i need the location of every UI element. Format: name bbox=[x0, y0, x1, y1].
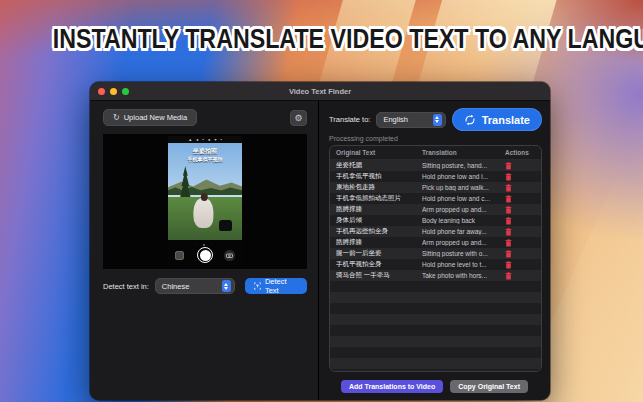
original-text-cell: 身体后倾 bbox=[336, 216, 422, 225]
translate-language-value: English bbox=[383, 115, 408, 124]
table-row[interactable]: 胳膊撑膝 Arm propped up and... bbox=[330, 237, 541, 248]
trash-icon[interactable] bbox=[505, 173, 512, 181]
translation-cell: Take photo with hors... bbox=[422, 272, 505, 279]
status-text: Processing completed bbox=[319, 131, 550, 145]
original-text-cell: 坐姿托腮 bbox=[336, 161, 422, 170]
table-row[interactable]: 原地捡包走路 Pick up bag and walk... bbox=[330, 182, 541, 193]
translations-table: Original Text Translation Actions 坐姿托腮 S… bbox=[329, 145, 542, 372]
translation-cell: Hold phone low and l... bbox=[422, 173, 505, 180]
translate-controls: Translate to: English bbox=[319, 101, 550, 131]
seated-person bbox=[193, 198, 213, 228]
window-title: Video Text Finder bbox=[90, 87, 550, 96]
trash-icon[interactable] bbox=[505, 195, 512, 203]
person-head bbox=[201, 193, 208, 201]
actions-cell bbox=[505, 217, 535, 225]
actions-cell bbox=[505, 228, 535, 236]
screen: INSTANTLY TRANSLATE VIDEO TEXT TO ANY LA… bbox=[0, 0, 643, 402]
trash-icon[interactable] bbox=[505, 228, 512, 236]
trash-icon[interactable] bbox=[505, 217, 512, 225]
camera-flip-button bbox=[224, 250, 235, 261]
original-text-cell: 胳膊撑膝 bbox=[336, 238, 422, 247]
trash-icon[interactable] bbox=[505, 184, 512, 192]
add-translations-button[interactable]: Add Translations to Video bbox=[341, 380, 443, 393]
trash-icon[interactable] bbox=[505, 162, 512, 170]
table-row[interactable]: 腿一前一后坐姿 Sitting posture with o... bbox=[330, 248, 541, 259]
col-actions: Actions bbox=[505, 149, 535, 156]
updown-chevrons-icon bbox=[433, 114, 442, 126]
actions-cell bbox=[505, 250, 535, 258]
footer-actions: Add Translations to Video Copy Original … bbox=[319, 372, 550, 400]
actions-cell bbox=[505, 173, 535, 181]
translation-cell: Sitting posture with o... bbox=[422, 250, 505, 257]
actions-cell bbox=[505, 261, 535, 269]
translation-cell: Hold phone level to t... bbox=[422, 261, 505, 268]
gear-icon: ⚙ bbox=[294, 113, 302, 123]
table-row-empty bbox=[330, 336, 541, 347]
actions-cell bbox=[505, 162, 535, 170]
camera-status-icons: ▲●▪●▾▪ bbox=[168, 136, 242, 143]
trash-icon[interactable] bbox=[505, 206, 512, 214]
settings-button[interactable]: ⚙ bbox=[290, 110, 307, 126]
shutter-button bbox=[197, 247, 213, 263]
table-row-empty bbox=[330, 358, 541, 369]
detect-controls: Detect text in: Chinese Detect Text bbox=[90, 269, 318, 294]
table-row-empty bbox=[330, 314, 541, 325]
circular-arrows-icon bbox=[464, 114, 476, 126]
table-row[interactable]: 手机拿低平视拍 Hold phone low and l... bbox=[330, 171, 541, 182]
translate-language-select[interactable]: English bbox=[376, 112, 445, 128]
trash-icon[interactable] bbox=[505, 239, 512, 247]
video-frame: 坐姿拍照 手机拿低平视拍 bbox=[168, 143, 242, 240]
table-row-empty bbox=[330, 303, 541, 314]
upload-refresh-icon: ↻ bbox=[113, 113, 120, 122]
translate-to-label: Translate to: bbox=[329, 115, 370, 124]
original-text-cell: 手机再远些拍全身 bbox=[336, 227, 422, 236]
overlay-line-2: 手机拿低平视拍 bbox=[168, 156, 242, 162]
marketing-headline: INSTANTLY TRANSLATE VIDEO TEXT TO ANY LA… bbox=[0, 24, 643, 55]
trash-icon[interactable] bbox=[505, 272, 512, 280]
translate-button[interactable]: Translate bbox=[452, 108, 542, 131]
video-overlay-text: 坐姿拍照 手机拿低平视拍 bbox=[168, 148, 242, 162]
actions-cell bbox=[505, 272, 535, 280]
title-bar[interactable]: Video Text Finder bbox=[90, 82, 550, 101]
window-body: ↻ Upload New Media ⚙ ▲●▪●▾▪ bbox=[90, 101, 550, 400]
video-stage: ▲●▪●▾▪ 坐姿拍照 手机拿低平视拍 bbox=[103, 134, 307, 269]
col-translation: Translation bbox=[422, 149, 505, 156]
table-row-empty bbox=[330, 292, 541, 303]
table-row[interactable]: 手机再远些拍全身 Hold phone far away... bbox=[330, 226, 541, 237]
translation-cell: Sitting posture, hand... bbox=[422, 162, 505, 169]
media-toolbar: ↻ Upload New Media ⚙ bbox=[90, 101, 318, 132]
table-row[interactable]: 手机平视拍全身 Hold phone level to t... bbox=[330, 259, 541, 270]
detect-text-button[interactable]: Detect Text bbox=[245, 278, 307, 294]
original-text-cell: 腿一前一后坐姿 bbox=[336, 249, 422, 258]
table-header: Original Text Translation Actions bbox=[330, 146, 541, 160]
actions-cell bbox=[505, 195, 535, 203]
table-rows: 坐姿托腮 Sitting posture, hand... 手机拿低平视拍 Ho… bbox=[330, 160, 541, 371]
copy-original-button[interactable]: Copy Original Text bbox=[450, 380, 528, 393]
upload-button-label: Upload New Media bbox=[124, 113, 187, 122]
col-original-text: Original Text bbox=[336, 149, 422, 156]
overlay-line-1: 坐姿拍照 bbox=[168, 148, 242, 156]
detect-button-label: Detect Text bbox=[265, 277, 298, 295]
original-text-cell: 手机拿低抓拍动态照片 bbox=[336, 194, 422, 203]
table-row-empty bbox=[330, 347, 541, 358]
app-window: Video Text Finder ↻ Upload New Media ⚙ bbox=[90, 82, 550, 400]
table-row[interactable]: 骑马合照 一手牵马 Take photo with hors... bbox=[330, 270, 541, 281]
video-preview[interactable]: ▲●▪●▾▪ 坐姿拍照 手机拿低平视拍 bbox=[168, 136, 242, 267]
upload-new-media-button[interactable]: ↻ Upload New Media bbox=[103, 109, 197, 126]
table-row[interactable]: 胳膊撑膝 Arm propped up and... bbox=[330, 204, 541, 215]
table-row[interactable]: 身体后倾 Body leaning back bbox=[330, 215, 541, 226]
trash-icon[interactable] bbox=[505, 261, 512, 269]
gallery-thumbnail bbox=[175, 251, 184, 260]
table-row-empty bbox=[330, 369, 541, 371]
table-row[interactable]: 手机拿低抓拍动态照片 Hold phone low and c... bbox=[330, 193, 541, 204]
trash-icon[interactable] bbox=[505, 250, 512, 258]
detect-language-select[interactable]: Chinese bbox=[155, 278, 235, 294]
original-text-cell: 手机平视拍全身 bbox=[336, 260, 422, 269]
actions-cell bbox=[505, 239, 535, 247]
translation-panel: Translate to: English bbox=[319, 101, 550, 400]
actions-cell bbox=[505, 206, 535, 214]
updown-chevrons-icon bbox=[222, 280, 231, 292]
table-row[interactable]: 坐姿托腮 Sitting posture, hand... bbox=[330, 160, 541, 171]
text-viewfinder-icon bbox=[254, 282, 261, 290]
translation-cell: Hold phone far away... bbox=[422, 228, 505, 235]
